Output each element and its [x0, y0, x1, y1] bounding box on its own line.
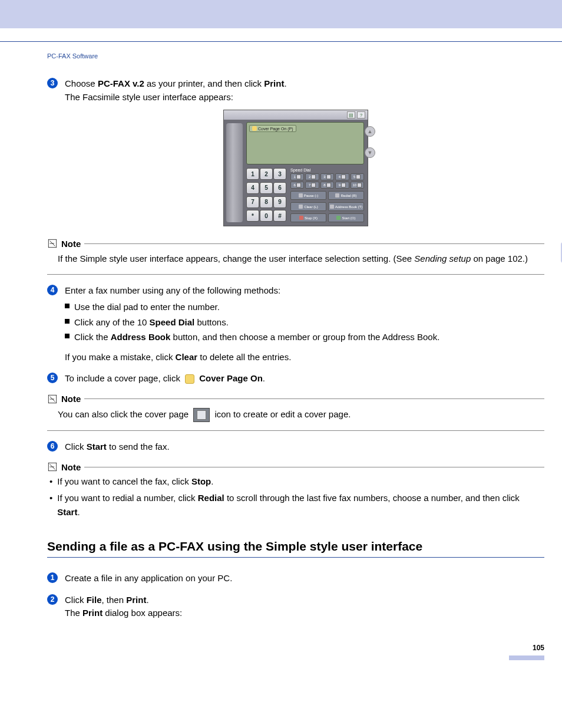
redial-button[interactable]: Redial (R) [328, 191, 364, 200]
text: button, and then choose a member or grou… [170, 332, 439, 342]
text: dialog box appears: [103, 608, 182, 618]
text: to send the fax. [107, 442, 170, 452]
key-6[interactable]: 6 [273, 182, 286, 194]
speed-dial-label: Speed Dial [290, 168, 364, 172]
text-bold: Clear [176, 352, 198, 362]
text-bold: Print [82, 608, 103, 618]
address-book-button[interactable]: Address Book (T) [328, 202, 364, 211]
n: 8 [323, 183, 325, 187]
page-content: PC-FAX Software 6 3 Choose PC-FAX v.2 as… [0, 42, 562, 684]
text: If you want to cancel the fax, click [57, 476, 191, 486]
l: Redial (R) [340, 194, 356, 197]
key-hash[interactable]: # [273, 210, 286, 222]
text: on page 102.) [471, 253, 528, 263]
text: . [77, 507, 80, 517]
page-number: 105 [47, 644, 544, 652]
l: Start (O) [342, 216, 355, 220]
bullet-dot: • [49, 475, 52, 489]
text: icon to create or edit a cover page. [214, 409, 351, 419]
cover-page-document-icon [193, 408, 210, 422]
note-heading: Note [47, 394, 544, 404]
key-3[interactable]: 3 [273, 168, 286, 180]
note-end-rule [47, 274, 544, 275]
bullet-dot: • [49, 491, 52, 519]
section-rule [47, 557, 544, 558]
text: If you make a mistake, click [65, 352, 176, 362]
section-heading: Sending a file as a PC-FAX using the Sim… [47, 539, 544, 556]
bullet-icon [65, 334, 70, 338]
key-1[interactable]: 1 [246, 168, 259, 180]
speed-dial-7[interactable]: 7 [305, 182, 319, 189]
step-body: Click Start to send the fax. [65, 440, 544, 454]
help-icon[interactable]: ? [357, 111, 365, 118]
key-2[interactable]: 2 [260, 168, 273, 180]
text: Use the dial pad to enter the number. [74, 299, 220, 315]
speed-dial-9[interactable]: 9 [335, 182, 349, 189]
scroll-down-button[interactable]: ▼ [365, 147, 375, 158]
text-bold: Cover Page On [199, 373, 263, 383]
speed-dial-10[interactable]: 10 [351, 182, 364, 189]
note-icon [47, 394, 58, 404]
section2-step-1: 1 Create a file in any application on yo… [47, 572, 544, 585]
text-bold: Print [264, 78, 284, 88]
step-badge: 2 [47, 594, 58, 605]
pause-button[interactable]: Pause (-) [290, 191, 326, 200]
n: 4 [339, 175, 340, 179]
stop-button[interactable]: Stop (X) [290, 213, 326, 222]
text-bold: Start [87, 442, 107, 452]
key-7[interactable]: 7 [246, 196, 259, 208]
note-body: If the Simple style user interface appea… [58, 252, 544, 266]
text: Click the [74, 332, 111, 342]
speed-dial-6[interactable]: 6 [290, 182, 304, 189]
text: to scroll through the last five fax numb… [224, 493, 520, 503]
key-4[interactable]: 4 [246, 182, 259, 194]
text-bold: Print [126, 595, 146, 605]
n: 9 [339, 183, 340, 187]
n: 2 [309, 175, 310, 179]
clear-button[interactable]: Clear (L) [290, 202, 326, 211]
dial-pad: 1 2 3 4 5 6 7 8 9 * 0 # [246, 168, 285, 222]
n: 5 [353, 175, 355, 179]
coverpage-editor-icon[interactable]: ▤ [347, 111, 355, 118]
l: Pause (-) [304, 194, 319, 197]
speed-dial-5[interactable]: 5 [351, 173, 364, 180]
cover-page-icon [252, 126, 257, 131]
text-italic: Sending setup [414, 253, 471, 263]
note-icon [47, 238, 58, 249]
text: . [263, 373, 265, 383]
n: 7 [309, 183, 310, 187]
key-9[interactable]: 9 [273, 196, 286, 208]
fax-titlebar: ▤ ? [224, 110, 368, 120]
speed-dial-3[interactable]: 3 [320, 173, 334, 180]
note-icon [47, 462, 58, 472]
key-star[interactable]: * [246, 210, 259, 222]
start-button[interactable]: Start (O) [328, 213, 364, 222]
text: to delete all the entries. [197, 352, 291, 362]
fax-ui-figure: ▤ ? Cover Page On (P) ▲ ▼ 1 2 [223, 110, 368, 226]
step-badge: 6 [47, 441, 58, 452]
text: The [65, 608, 82, 618]
cover-page-on-button[interactable]: Cover Page On (P) [249, 125, 296, 132]
speed-dial-8[interactable]: 8 [320, 182, 334, 189]
text-bold: Start [57, 507, 77, 517]
n: 1 [294, 175, 296, 179]
key-0[interactable]: 0 [260, 210, 273, 222]
note-rule [84, 243, 544, 244]
scroll-up-button[interactable]: ▲ [365, 126, 375, 137]
text-bold: Stop [191, 476, 211, 486]
note-label: Note [61, 462, 81, 472]
speed-dial-4[interactable]: 4 [335, 173, 349, 180]
key-8[interactable]: 8 [260, 196, 273, 208]
note-body: •If you want to cancel the fax, click St… [49, 475, 544, 519]
speed-dial-panel: Speed Dial 1 2 3 4 5 6 7 8 9 10 [290, 168, 364, 222]
text: buttons. [194, 317, 229, 327]
note-body: You can also click the cover page icon t… [58, 408, 544, 422]
text: If the Simple style user interface appea… [58, 253, 414, 263]
l: Stop (X) [305, 216, 318, 220]
text: You can also click the cover page [58, 409, 191, 419]
step-badge: 5 [47, 373, 58, 383]
speed-dial-2[interactable]: 2 [305, 173, 319, 180]
step-3: 3 Choose PC-FAX v.2 as your printer, and… [47, 77, 544, 104]
speed-dial-1[interactable]: 1 [290, 173, 304, 180]
key-5[interactable]: 5 [260, 182, 273, 194]
